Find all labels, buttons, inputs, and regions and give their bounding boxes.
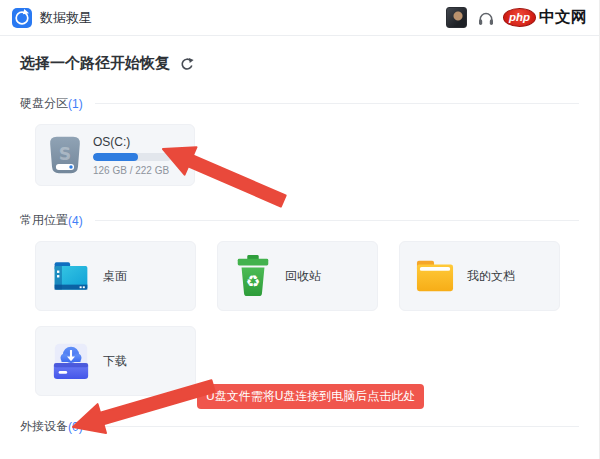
drive-usage-text: 126 GB / 222 GB bbox=[93, 165, 171, 176]
drive-card-os-c[interactable]: S OS(C:) 126 GB / 222 GB bbox=[35, 124, 195, 186]
section-label: 常用位置 bbox=[20, 212, 68, 229]
location-label: 回收站 bbox=[285, 268, 321, 285]
section-common-locations: 常用位置(4) bbox=[20, 212, 579, 229]
location-card-recycle-bin[interactable]: ♻ 回收站 bbox=[217, 241, 378, 311]
php-logo: php bbox=[503, 8, 536, 27]
drive-name: OS(C:) bbox=[93, 135, 171, 149]
documents-folder-icon bbox=[413, 254, 457, 298]
svg-text:♻: ♻ bbox=[246, 272, 261, 291]
main-panel: 选择一个路径开始恢复 硬盘分区(1) S bbox=[0, 54, 599, 435]
drive-usage-fill bbox=[93, 153, 138, 161]
section-disk-partitions: 硬盘分区(1) bbox=[20, 95, 579, 112]
location-label: 下载 bbox=[103, 353, 127, 370]
location-label: 我的文档 bbox=[467, 268, 515, 285]
window: 数据救星 php 中文网 选择一个路径开始恢复 bbox=[0, 0, 600, 459]
divider bbox=[95, 103, 579, 104]
site-brand-text: 中文网 bbox=[539, 7, 587, 28]
drive-usage-bar bbox=[93, 153, 171, 161]
section-count: (1) bbox=[68, 97, 83, 111]
avatar[interactable] bbox=[446, 7, 467, 28]
recycle-bin-icon: ♻ bbox=[231, 254, 275, 298]
page-title: 选择一个路径开始恢复 bbox=[20, 54, 170, 73]
divider bbox=[95, 426, 579, 427]
svg-text:S: S bbox=[59, 144, 71, 164]
location-card-desktop[interactable]: 桌面 bbox=[35, 241, 196, 311]
section-label: 硬盘分区 bbox=[20, 95, 68, 112]
divider bbox=[95, 220, 579, 221]
location-card-download[interactable]: 下载 bbox=[35, 326, 196, 396]
refresh-icon[interactable] bbox=[180, 57, 194, 71]
section-count: (4) bbox=[68, 214, 83, 228]
section-external-devices: 外接设备(0) bbox=[20, 418, 579, 435]
usb-hint-tooltip: U盘文件需将U盘连接到电脑后点击此处 bbox=[197, 384, 424, 409]
location-label: 桌面 bbox=[103, 268, 127, 285]
app-title: 数据救星 bbox=[40, 9, 92, 27]
app-logo-icon bbox=[12, 8, 32, 28]
desktop-folder-icon bbox=[49, 254, 93, 298]
title-bar: 数据救星 php 中文网 bbox=[0, 0, 599, 36]
hdd-icon: S bbox=[45, 134, 85, 176]
section-count: (0) bbox=[68, 420, 83, 434]
download-icon bbox=[49, 339, 93, 383]
headset-icon[interactable] bbox=[477, 9, 495, 27]
section-label: 外接设备 bbox=[20, 418, 68, 435]
location-card-my-documents[interactable]: 我的文档 bbox=[399, 241, 560, 311]
